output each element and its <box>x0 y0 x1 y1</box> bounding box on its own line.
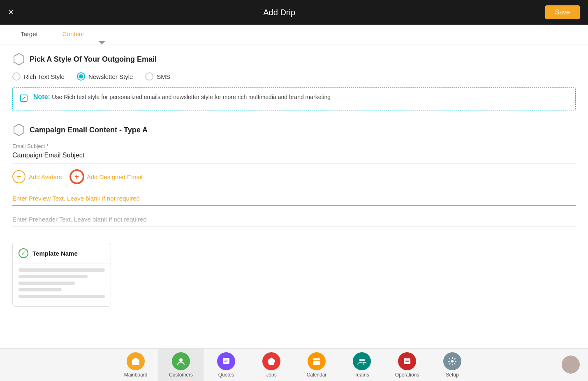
bottom-nav-wrapper: Mainboard Customers Quotes <box>0 348 588 381</box>
teams-label: Teams <box>354 372 369 378</box>
preheader-text-input[interactable] <box>12 212 576 226</box>
action-row: + Add Avatars + Add Designed Email <box>12 170 576 183</box>
email-subject-value: Campaign Email Subject <box>12 152 576 164</box>
save-button[interactable]: Save <box>545 5 580 19</box>
template-line-4 <box>19 288 62 291</box>
add-avatars-button[interactable]: + Add Avatars <box>12 170 62 183</box>
template-preview-lines <box>13 263 111 306</box>
calendar-label: Calendar <box>307 372 327 378</box>
tab-target[interactable]: Target <box>8 25 50 44</box>
radio-sms-label: SMS <box>157 73 170 80</box>
template-check-icon: ✓ <box>19 248 28 258</box>
nav-teams[interactable]: Teams <box>339 349 384 381</box>
style-section-header: Pick A Style Of Your Outgoing Email <box>12 53 576 66</box>
campaign-hex-icon <box>12 123 25 136</box>
add-designed-email-label: Add Designed Email <box>87 173 143 180</box>
svg-point-12 <box>362 359 365 361</box>
svg-point-11 <box>359 359 362 361</box>
teams-icon <box>353 352 371 370</box>
setup-icon <box>443 352 461 370</box>
campaign-section-header: Campaign Email Content - Type A <box>12 123 576 136</box>
quotes-icon <box>217 352 235 370</box>
radio-newsletter-circle <box>77 72 85 81</box>
main-content: Pick A Style Of Your Outgoing Email Rich… <box>0 44 588 348</box>
add-designed-email-icon: + <box>70 170 83 183</box>
campaign-section: Campaign Email Content - Type A Email Su… <box>12 123 576 235</box>
preview-text-input[interactable] <box>12 192 576 206</box>
campaign-section-title: Campaign Email Content - Type A <box>30 126 148 134</box>
customers-icon <box>172 352 190 370</box>
calendar-icon <box>308 352 326 370</box>
mainboard-icon <box>127 352 145 370</box>
operations-label: Operations <box>395 372 419 378</box>
email-subject-label: Email Subject * <box>12 143 576 149</box>
mainboard-label: Mainboard <box>124 372 148 378</box>
template-line-2 <box>19 275 88 278</box>
nav-calendar[interactable]: Calendar <box>294 349 339 381</box>
svg-marker-6 <box>268 358 275 365</box>
style-section-title: Pick A Style Of Your Outgoing Email <box>30 55 157 64</box>
quotes-label: Quotes <box>218 372 234 378</box>
radio-sms-circle <box>145 72 153 81</box>
nav-mainboard[interactable]: Mainboard <box>113 349 158 381</box>
tab-indicator <box>99 41 105 44</box>
hex-icon <box>12 53 25 66</box>
nav-quotes[interactable]: Quotes <box>204 349 249 381</box>
template-line-3 <box>19 282 75 285</box>
svg-rect-7 <box>313 358 320 365</box>
note-body: Use Rich text style for personalized ema… <box>52 94 331 100</box>
nav-jobs[interactable]: Jobs <box>249 349 294 381</box>
header: × Add Drip Save <box>0 0 588 25</box>
svg-marker-3 <box>132 358 139 365</box>
bottom-nav: Mainboard Customers Quotes <box>0 348 588 381</box>
customers-label: Customers <box>169 372 193 378</box>
note-box: Note: Use Rich text style for personaliz… <box>12 87 576 111</box>
setup-label: Setup <box>446 372 458 378</box>
operations-icon <box>398 352 416 370</box>
add-designed-email-button[interactable]: + Add Designed Email <box>70 170 143 183</box>
radio-sms[interactable]: SMS <box>145 72 170 81</box>
svg-point-4 <box>179 358 183 362</box>
template-name: Template Name <box>32 250 78 257</box>
template-line-5 <box>19 295 105 298</box>
svg-marker-0 <box>14 53 24 65</box>
note-content: Note: Use Rich text style for personaliz… <box>33 93 331 101</box>
radio-newsletter-label: Newsletter Style <box>88 73 133 80</box>
page-title: Add Drip <box>263 8 295 17</box>
radio-rich-text-circle <box>12 72 21 81</box>
tabs-bar: Target Content <box>0 25 588 44</box>
svg-marker-2 <box>14 124 24 136</box>
tab-content[interactable]: Content <box>50 25 97 44</box>
radio-newsletter[interactable]: Newsletter Style <box>77 72 133 81</box>
radio-rich-text-label: Rich Text Style <box>24 73 65 80</box>
add-avatars-icon: + <box>12 170 25 183</box>
jobs-icon <box>262 352 280 370</box>
jobs-label: Jobs <box>266 372 276 378</box>
style-radio-group: Rich Text Style Newsletter Style SMS <box>12 72 576 81</box>
nav-setup[interactable]: Setup <box>430 349 475 381</box>
template-card[interactable]: ✓ Template Name <box>12 243 111 307</box>
avatar <box>562 356 580 374</box>
note-prefix: Note: <box>33 93 50 100</box>
svg-point-16 <box>451 360 454 363</box>
radio-rich-text[interactable]: Rich Text Style <box>12 72 65 81</box>
close-button[interactable]: × <box>8 7 14 18</box>
note-edit-icon <box>19 94 28 105</box>
avatar-image <box>562 356 580 374</box>
svg-rect-13 <box>404 358 410 364</box>
template-card-header: ✓ Template Name <box>13 243 111 263</box>
template-line-1 <box>19 268 105 272</box>
svg-rect-5 <box>223 358 229 364</box>
add-avatars-label: Add Avatars <box>29 173 62 180</box>
nav-operations[interactable]: Operations <box>384 349 430 381</box>
nav-customers[interactable]: Customers <box>158 349 204 381</box>
